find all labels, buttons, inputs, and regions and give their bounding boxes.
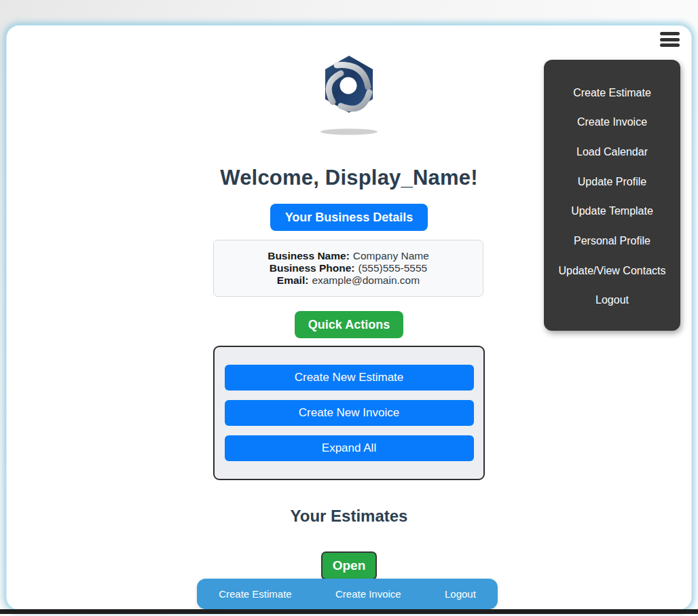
menu-item-load-calendar[interactable]: Load Calendar bbox=[576, 146, 648, 158]
business-email-line: Email:example@domain.com bbox=[214, 274, 483, 287]
menu-icon-bar bbox=[660, 32, 680, 35]
bottom-nav-bar: Create Estimate Create Invoice Logout bbox=[197, 579, 498, 609]
menu-item-create-invoice[interactable]: Create Invoice bbox=[577, 116, 647, 128]
business-details-box: Business Name:Company Name Business Phon… bbox=[213, 240, 483, 297]
business-phone-line: Business Phone:(555)555-5555 bbox=[214, 262, 483, 274]
business-email-label: Email: bbox=[277, 274, 309, 286]
business-phone-value: (555)555-5555 bbox=[359, 262, 428, 274]
bottom-nav-create-estimate[interactable]: Create Estimate bbox=[219, 588, 292, 600]
app-viewport: Welcome, Display_Name! Your Business Det… bbox=[0, 0, 698, 616]
menu-item-personal-profile[interactable]: Personal Profile bbox=[574, 235, 650, 247]
business-name-line: Business Name:Company Name bbox=[214, 250, 483, 262]
menu-icon-bar bbox=[660, 38, 680, 41]
menu-item-update-profile[interactable]: Update Profile bbox=[578, 176, 646, 188]
business-details-button[interactable]: Your Business Details bbox=[270, 204, 428, 231]
bottom-nav-logout[interactable]: Logout bbox=[445, 588, 476, 600]
business-email-value: example@domain.com bbox=[312, 274, 420, 286]
dropdown-menu: Create Estimate Create Invoice Load Cale… bbox=[544, 60, 680, 331]
expand-all-button[interactable]: Expand All bbox=[225, 435, 474, 461]
estimates-heading: Your Estimates bbox=[213, 507, 485, 526]
create-new-invoice-button[interactable]: Create New Invoice bbox=[225, 400, 474, 426]
bottom-nav-create-invoice[interactable]: Create Invoice bbox=[335, 588, 401, 600]
business-name-value: Company Name bbox=[353, 250, 429, 261]
business-name-label: Business Name: bbox=[268, 250, 350, 261]
menu-icon[interactable] bbox=[660, 32, 680, 47]
company-logo-icon bbox=[306, 45, 392, 137]
menu-icon-bar bbox=[660, 43, 680, 47]
bottom-footer-strip bbox=[0, 609, 698, 614]
menu-item-update-view-contacts[interactable]: Update/View Contacts bbox=[558, 265, 665, 277]
quick-actions-panel: Create New Estimate Create New Invoice E… bbox=[213, 346, 485, 480]
main-content: Welcome, Display_Name! Your Business Det… bbox=[213, 26, 485, 580]
welcome-title: Welcome, Display_Name! bbox=[213, 166, 485, 190]
menu-item-create-estimate[interactable]: Create Estimate bbox=[573, 87, 651, 99]
logo-container bbox=[213, 45, 485, 137]
menu-item-update-template[interactable]: Update Template bbox=[571, 205, 653, 217]
quick-actions-button[interactable]: Quick Actions bbox=[295, 311, 403, 338]
open-estimate-button[interactable]: Open bbox=[321, 551, 378, 580]
create-new-estimate-button[interactable]: Create New Estimate bbox=[225, 365, 474, 391]
business-phone-label: Business Phone: bbox=[270, 262, 355, 274]
menu-item-logout[interactable]: Logout bbox=[595, 294, 629, 306]
